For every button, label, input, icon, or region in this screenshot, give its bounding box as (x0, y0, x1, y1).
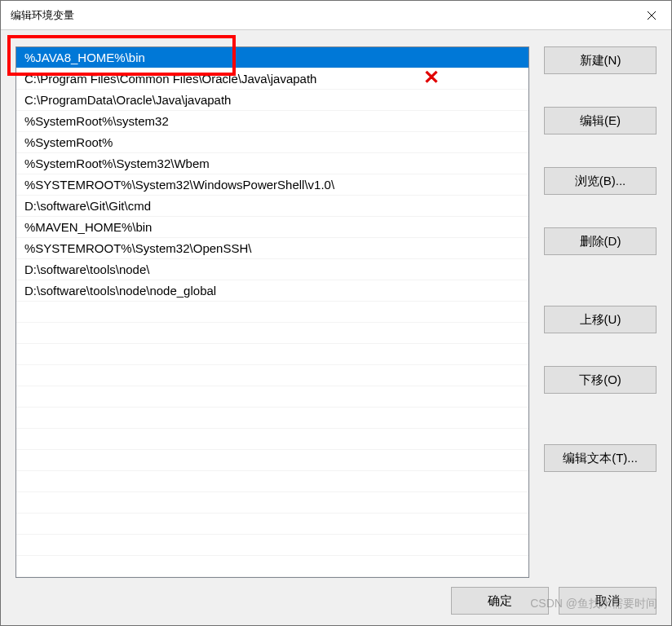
list-item[interactable]: %JAVA8_HOME%\bin (16, 47, 528, 68)
browse-button[interactable]: 浏览(B)... (544, 167, 657, 195)
edit-text-button[interactable]: 编辑文本(T)... (544, 444, 657, 472)
list-item-empty[interactable] (16, 556, 528, 577)
list-item[interactable]: C:\ProgramData\Oracle\Java\javapath (16, 90, 528, 111)
spacer (544, 265, 657, 296)
ok-button[interactable]: 确定 (451, 587, 549, 615)
list-item-empty[interactable] (16, 365, 528, 386)
window-title: 编辑环境变量 (11, 8, 632, 23)
list-item[interactable]: %SystemRoot%\system32 (16, 111, 528, 132)
path-listbox[interactable]: %JAVA8_HOME%\binC:\Program Files\Common … (15, 46, 529, 578)
list-item-empty[interactable] (16, 535, 528, 556)
list-item-empty[interactable] (16, 492, 528, 514)
spacer (544, 403, 657, 434)
close-icon (647, 11, 657, 20)
spacer (544, 144, 657, 157)
list-item[interactable]: D:\software\tools\node\ (16, 259, 528, 280)
list-item[interactable]: D:\software\tools\node\node_global (16, 280, 528, 302)
edit-button[interactable]: 编辑(E) (544, 107, 657, 134)
spacer (544, 84, 657, 97)
dialog-body: ✕ %JAVA8_HOME%\binC:\Program Files\Commo… (1, 30, 671, 586)
list-item-empty[interactable] (16, 323, 528, 344)
list-item-empty[interactable] (16, 471, 528, 492)
dialog-footer: 确定 取消 (1, 586, 671, 625)
list-item[interactable]: %SystemRoot%\System32\Wbem (16, 153, 528, 174)
spacer (544, 205, 657, 218)
list-item-empty[interactable] (16, 429, 528, 450)
spacer (544, 343, 657, 356)
list-item[interactable]: %SYSTEMROOT%\System32\OpenSSH\ (16, 238, 528, 259)
cancel-button[interactable]: 取消 (559, 587, 657, 615)
list-item-empty[interactable] (16, 450, 528, 471)
move-down-button[interactable]: 下移(O) (544, 366, 657, 394)
list-item[interactable]: %SystemRoot% (16, 132, 528, 153)
delete-button[interactable]: 删除(D) (544, 227, 657, 255)
list-item-empty[interactable] (16, 408, 528, 429)
list-item-empty[interactable] (16, 514, 528, 535)
list-item[interactable]: C:\Program Files\Common Files\Oracle\Jav… (16, 68, 528, 90)
list-item[interactable]: %MAVEN_HOME%\bin (16, 217, 528, 238)
move-up-button[interactable]: 上移(U) (544, 306, 657, 333)
button-column: 新建(N) 编辑(E) 浏览(B)... 删除(D) 上移(U) 下移(O) 编… (544, 46, 657, 578)
close-button[interactable] (632, 1, 671, 30)
titlebar: 编辑环境变量 (1, 1, 671, 30)
listbox-container: ✕ %JAVA8_HOME%\binC:\Program Files\Commo… (15, 46, 529, 578)
list-item-empty[interactable] (16, 386, 528, 408)
list-item-empty[interactable] (16, 344, 528, 365)
list-item[interactable]: %SYSTEMROOT%\System32\WindowsPowerShell\… (16, 174, 528, 196)
new-button[interactable]: 新建(N) (544, 46, 657, 74)
list-item[interactable]: D:\software\Git\Git\cmd (16, 196, 528, 217)
dialog-window: 编辑环境变量 ✕ %JAVA8_HOME%\binC:\Program File… (0, 0, 672, 626)
list-item-empty[interactable] (16, 302, 528, 323)
